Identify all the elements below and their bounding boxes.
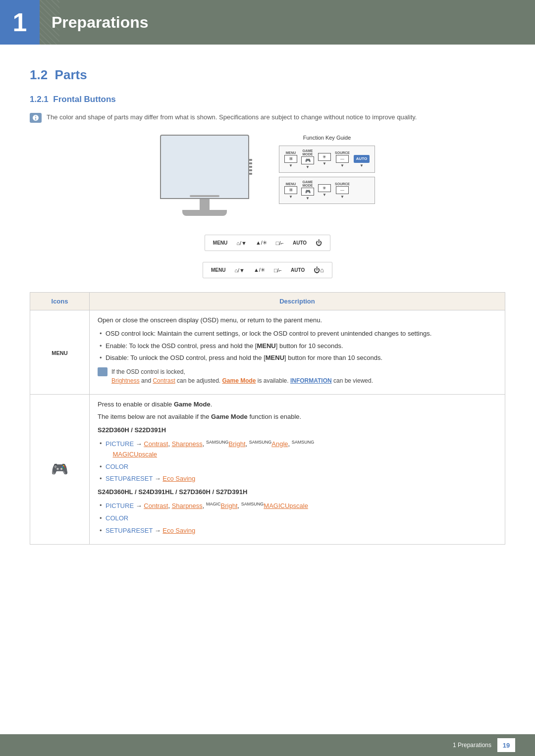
main-content: 1.2 Parts 1.2.1 Frontal Buttons The colo… <box>0 45 535 584</box>
btn-power-1: ⏻ <box>316 239 322 247</box>
model1-bullet-3: SETUP&RESET → Eco Saving <box>98 474 497 484</box>
gamemode-bold-2: Game Mode <box>211 413 248 420</box>
monitor-stand <box>160 199 249 216</box>
fkg-gamemode-1: GAMEMODE 🎮 ▼ <box>301 149 314 169</box>
note-text: The color and shape of parts may differ … <box>47 112 417 123</box>
btn-auto-2: AUTO <box>291 267 305 273</box>
contrast-link-1: Contrast <box>144 440 168 448</box>
model2-label: S24D360HL / S24D391HL / S27D360H / S27D3… <box>98 487 497 498</box>
td-gamemode-desc: Press to enable or disable Game Mode. Th… <box>90 395 505 544</box>
btn-source-2: □/⌐ <box>274 267 282 273</box>
td-menu-desc: Open or close the onscreen display (OSD)… <box>90 310 505 395</box>
model1-bullet-2: COLOR <box>98 462 497 472</box>
menu-bullet-2: Enable: To lock the OSD control, press a… <box>98 341 497 352</box>
fkg-brightness-1: ✳ ▼ <box>318 152 331 166</box>
col-desc-header: Description <box>90 293 505 310</box>
contrast-link-2: Contrast <box>144 502 168 509</box>
note-icon <box>30 113 42 123</box>
menu-bullet-list: OSD control lock: Maintain the current s… <box>98 329 497 363</box>
bright-link-2: Bright <box>221 502 238 509</box>
btn-gamemode-2: ⌂/▼ <box>234 267 245 273</box>
menu-bullet-3: Disable: To unlock the OSD control, pres… <box>98 353 497 363</box>
fkg-brightness-2: ✳ ▼ <box>318 184 331 197</box>
header-title: Preparations <box>52 13 149 32</box>
fkg-row-1: MENU ⊞ ▼ GAMEMODE 🎮 ▼ <box>279 146 375 173</box>
gamemode-desc-1: Press to enable or disable Game Mode. <box>98 400 497 410</box>
gamepad-icon: 🎮 <box>38 458 81 481</box>
picture-link-2: PICTURE <box>106 502 134 509</box>
content-table: Icons Description MENU Open or close the… <box>30 292 505 545</box>
model1-bullet-list: PICTURE → Contrast, Sharpness, SAMSUNGBr… <box>98 439 497 485</box>
monitor-screen <box>160 135 249 199</box>
btn-menu-1: MENU <box>213 240 227 246</box>
model1-label: S22D360H / S22D391H <box>98 425 497 436</box>
picture-link-1: PICTURE <box>106 440 134 448</box>
button-rows: MENU ⌂/▼ ▲/✳ □/⌐ AUTO ⏻ MENU ⌂/▼ ▲/✳ □/⌐… <box>30 231 505 282</box>
gamemode-bold-1: Game Mode <box>174 401 211 408</box>
btn-auto-1: AUTO <box>293 240 307 246</box>
model2-bullet-list: PICTURE → Contrast, Sharpness, MAGICBrig… <box>98 501 497 536</box>
gamemode-link: Game Mode <box>222 377 256 384</box>
menu-desc-intro: Open or close the onscreen display (OSD)… <box>98 315 497 326</box>
setup-link-1: SETUP&RESET <box>106 475 153 482</box>
gamemode-desc-2: The items below are not available if the… <box>98 412 497 422</box>
footer-text: 1 Preparations <box>453 742 491 749</box>
menu-bullet-1: OSD control lock: Maintain the current s… <box>98 329 497 339</box>
color-link-2: COLOR <box>106 514 128 522</box>
fkg-label: Function Key Guide <box>279 135 375 141</box>
angle-link-1: Angle <box>271 440 288 448</box>
ecosaving-link-1: Eco Saving <box>162 475 195 482</box>
color-link-1: COLOR <box>106 463 128 470</box>
fkg-auto-1: . AUTO ▼ <box>354 151 370 168</box>
menu-inline-note: If the OSD control is locked, Brightness… <box>98 367 497 385</box>
menu-icon-label: MENU <box>38 349 81 358</box>
fkg-menu-1: MENU ⊞ ▼ <box>284 151 297 168</box>
button-row-1: MENU ⌂/▼ ▲/✳ □/⌐ AUTO ⏻ <box>205 235 330 251</box>
subsection-heading: 1.2.1 Frontal Buttons <box>30 95 505 104</box>
header-banner: 1 Preparations <box>0 0 535 45</box>
td-menu-icon: MENU <box>30 310 90 395</box>
btn-gamemode-1: ⌂/▼ <box>236 240 247 246</box>
btn-brightness-1: ▲/✳ <box>256 240 267 246</box>
model2-bullet-2: COLOR <box>98 513 497 524</box>
fkg-source-1: SOURCE — ▼ <box>335 151 350 168</box>
brightness-link: Brightness <box>111 377 140 384</box>
sharpness-link-1: Sharpness <box>172 440 203 448</box>
fkg-gamemode-2: GAMEMODE 🎮 ▼ <box>301 180 314 201</box>
btn-source-1: □/⌐ <box>276 240 284 246</box>
menu-note-text: If the OSD control is locked, Brightness… <box>111 367 373 385</box>
note-box: The color and shape of parts may differ … <box>30 112 505 123</box>
monitor-illustration <box>160 135 259 216</box>
sharpness-link-2: Sharpness <box>172 502 203 509</box>
diagram-area: Function Key Guide MENU ⊞ ▼ GAMEMODE 🎮 <box>30 135 505 216</box>
contrast-link: Contrast <box>153 377 175 384</box>
menu-note-icon <box>98 367 107 376</box>
footer-page-number: 19 <box>497 738 515 752</box>
upscale-link-1: MAGICUpscale <box>112 451 157 458</box>
ecosaving-link-2: Eco Saving <box>162 527 195 534</box>
setup-link-2: SETUP&RESET <box>106 527 153 534</box>
fkg-diagrams: Function Key Guide MENU ⊞ ▼ GAMEMODE 🎮 <box>279 135 375 204</box>
information-link: INFORMATION <box>290 377 332 384</box>
btn-power-2: ⏻⌂ <box>314 266 324 274</box>
col-icons-header: Icons <box>30 293 90 310</box>
btn-menu-2: MENU <box>211 267 225 273</box>
fkg-menu-2: MENU ⊞ ▼ <box>284 182 297 199</box>
btn-brightness-2: ▲/✳ <box>254 267 265 273</box>
section-heading: 1.2 Parts <box>30 67 505 83</box>
button-row-2: MENU ⌂/▼ ▲/✳ □/⌐ AUTO ⏻⌂ <box>203 262 332 278</box>
table-row-menu: MENU Open or close the onscreen display … <box>30 310 505 395</box>
upscale-link-2: MAGICUpscale <box>264 502 308 509</box>
header-number: 1 <box>0 0 40 45</box>
table-row-gamemode: 🎮 Press to enable or disable Game Mode. … <box>30 395 505 544</box>
bright-link-1: Bright <box>229 440 246 448</box>
td-gamemode-icon: 🎮 <box>30 395 90 544</box>
model1-bullet-1: PICTURE → Contrast, Sharpness, SAMSUNGBr… <box>98 439 497 460</box>
fkg-row-2: MENU ⊞ ▼ GAMEMODE 🎮 ▼ ✳ <box>279 177 375 204</box>
page-footer: 1 Preparations 19 <box>0 734 535 756</box>
table-header-row: Icons Description <box>30 293 505 310</box>
fkg-source-2: SOURCE — ▼ <box>335 182 350 199</box>
model2-bullet-1: PICTURE → Contrast, Sharpness, MAGICBrig… <box>98 501 497 511</box>
model2-bullet-3: SETUP&RESET → Eco Saving <box>98 526 497 536</box>
